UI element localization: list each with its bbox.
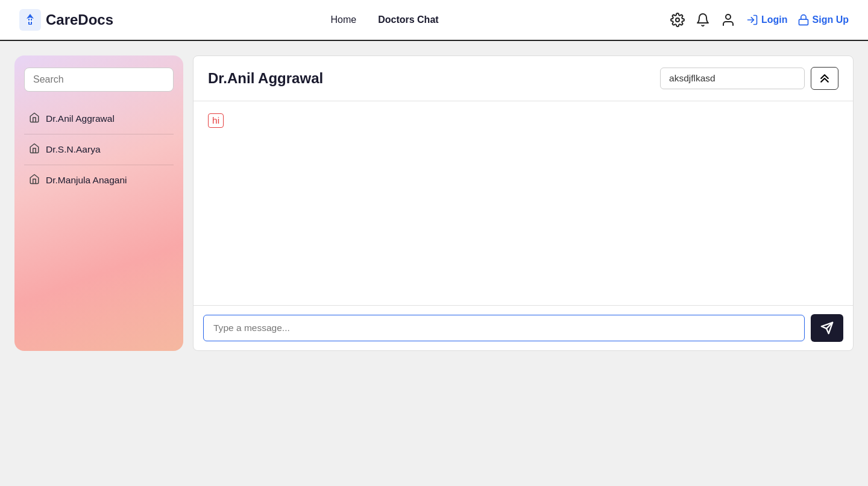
send-button[interactable] xyxy=(811,314,843,342)
nav-doctors-chat[interactable]: Doctors Chat xyxy=(378,14,438,25)
login-icon xyxy=(746,14,758,26)
doctor-name-1: Dr.Anil Aggrawal xyxy=(46,113,115,124)
nav-links: Home Doctors Chat xyxy=(330,14,438,25)
sidebar-item-dr-manjula[interactable]: Dr.Manjula Anagani xyxy=(24,165,174,195)
profile-button[interactable] xyxy=(721,13,735,27)
login-button[interactable]: Login xyxy=(746,14,788,26)
doctor-icon-2 xyxy=(29,143,40,156)
doctor-icon-3 xyxy=(29,174,40,187)
send-icon xyxy=(820,321,834,335)
double-arrow-icon xyxy=(819,72,831,84)
chat-search-input[interactable] xyxy=(660,68,805,89)
doctor-name-2: Dr.S.N.Aarya xyxy=(46,144,101,155)
chat-search-button[interactable] xyxy=(811,67,838,90)
login-label: Login xyxy=(761,14,788,25)
doctor-icon-1 xyxy=(29,112,40,125)
signup-button[interactable]: Sign Up xyxy=(797,14,849,26)
svg-rect-7 xyxy=(799,19,808,25)
sidebar: Dr.Anil Aggrawal Dr.S.N.Aarya xyxy=(14,55,183,351)
chat-panel: Dr.Anil Aggrawal hi xyxy=(193,55,854,351)
chat-messages: hi xyxy=(193,101,853,305)
nav-icons xyxy=(670,13,735,27)
signup-label: Sign Up xyxy=(813,14,849,25)
main-content: Dr.Anil Aggrawal Dr.S.N.Aarya xyxy=(0,41,868,486)
auth-buttons: Login Sign Up xyxy=(746,14,849,26)
message-input[interactable] xyxy=(203,315,805,341)
svg-point-4 xyxy=(676,18,679,22)
logo-text: CareDocs xyxy=(46,11,113,28)
chat-input-area xyxy=(193,305,853,350)
doctor-name-3: Dr.Manjula Anagani xyxy=(46,175,127,186)
logo-icon xyxy=(19,9,41,31)
chat-header: Dr.Anil Aggrawal xyxy=(193,56,853,101)
logo[interactable]: CareDocs xyxy=(19,9,113,31)
navbar: CareDocs Home Doctors Chat xyxy=(0,0,868,41)
bell-icon xyxy=(696,13,710,27)
search-input[interactable] xyxy=(24,68,174,92)
nav-home[interactable]: Home xyxy=(330,14,356,25)
settings-button[interactable] xyxy=(670,13,685,27)
sidebar-item-dr-anil[interactable]: Dr.Anil Aggrawal xyxy=(24,104,174,134)
signup-icon xyxy=(797,14,810,26)
svg-rect-3 xyxy=(30,18,31,24)
doctor-list: Dr.Anil Aggrawal Dr.S.N.Aarya xyxy=(24,104,174,195)
svg-point-5 xyxy=(726,14,731,19)
chat-search-area xyxy=(660,67,838,90)
sidebar-item-dr-sn[interactable]: Dr.S.N.Aarya xyxy=(24,134,174,165)
user-icon xyxy=(721,13,735,27)
chat-title: Dr.Anil Aggrawal xyxy=(208,70,323,87)
message-1: hi xyxy=(208,113,224,128)
gear-icon xyxy=(670,13,685,27)
notifications-button[interactable] xyxy=(696,13,710,27)
